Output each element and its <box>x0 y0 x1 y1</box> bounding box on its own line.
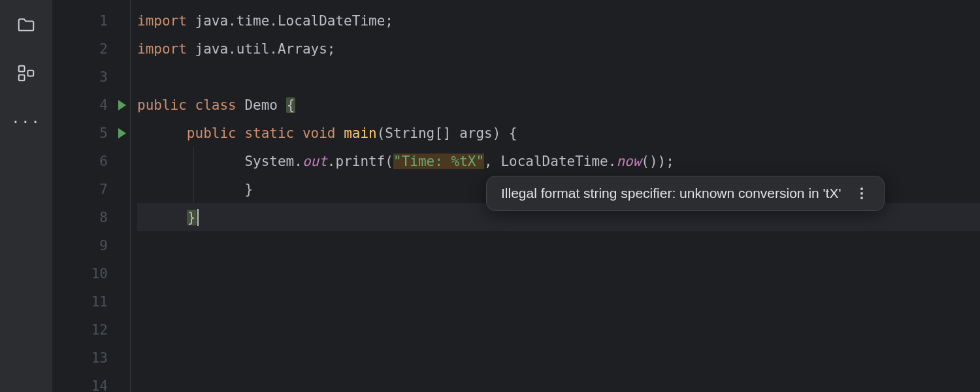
inspection-tooltip[interactable]: Illegal format string specifier: unknown… <box>486 176 885 211</box>
code-line[interactable]: import java.util.Arrays; <box>137 35 980 63</box>
line-number: 9 <box>99 238 108 253</box>
line-number: 6 <box>99 154 108 169</box>
line-number: 1 <box>99 13 108 29</box>
run-gutter-icon[interactable] <box>118 100 126 110</box>
line-number: 8 <box>99 210 108 225</box>
warning-highlight: "Time: %tX" <box>393 154 484 169</box>
svg-rect-0 <box>19 66 25 72</box>
line-number: 4 <box>99 97 108 113</box>
line-number: 12 <box>91 322 108 338</box>
tooltip-message: Illegal format string specifier: unknown… <box>501 186 841 201</box>
matched-brace: { <box>286 97 296 113</box>
folder-icon[interactable] <box>16 14 37 35</box>
code-line[interactable] <box>137 63 980 91</box>
line-number: 7 <box>99 182 108 197</box>
line-number: 3 <box>99 69 108 85</box>
tool-sidebar: ··· <box>0 0 52 392</box>
line-number: 2 <box>99 41 108 57</box>
code-line[interactable] <box>137 316 980 344</box>
code-line[interactable]: public static void main(String[] args) { <box>137 119 980 147</box>
indent-guide <box>193 147 194 175</box>
line-number: 13 <box>91 350 108 366</box>
code-editor[interactable]: 1 2 3 4 5 6 7 8 9 10 11 12 13 14 import … <box>52 0 980 392</box>
indent-guide <box>193 175 194 203</box>
text-caret <box>197 209 199 226</box>
code-line[interactable]: System.out.printf("Time: %tX", LocalDate… <box>137 147 980 175</box>
svg-rect-2 <box>28 71 34 76</box>
code-line[interactable] <box>137 344 980 372</box>
line-number: 5 <box>99 125 108 141</box>
code-line[interactable] <box>137 259 980 287</box>
run-gutter-icon[interactable] <box>118 128 126 139</box>
code-line[interactable]: public class Demo { <box>137 91 980 119</box>
more-actions-icon[interactable] <box>854 188 870 199</box>
line-number: 14 <box>91 378 108 393</box>
more-icon[interactable]: ··· <box>16 111 37 132</box>
code-line[interactable] <box>137 231 980 259</box>
code-line[interactable] <box>137 287 980 316</box>
code-line[interactable]: import java.time.LocalDateTime; <box>137 7 980 35</box>
gutter: 1 2 3 4 5 6 7 8 9 10 11 12 13 14 <box>52 0 131 392</box>
svg-rect-1 <box>19 75 25 81</box>
structure-icon[interactable] <box>16 63 37 84</box>
line-number: 10 <box>91 266 108 282</box>
code-line[interactable] <box>137 372 980 392</box>
line-number: 11 <box>91 294 108 310</box>
matched-brace: } <box>187 210 197 225</box>
